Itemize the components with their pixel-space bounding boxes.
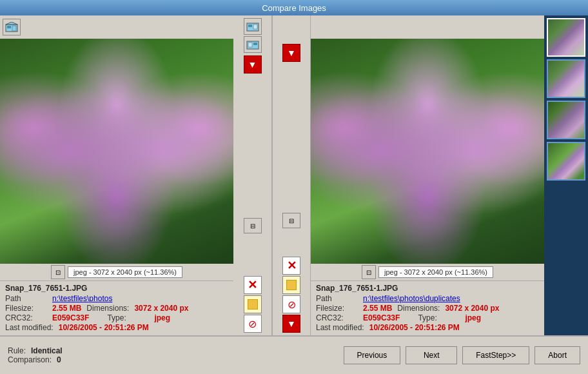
- move-down-btn[interactable]: ▼: [244, 55, 262, 74]
- right-filesize-row: Filesize: 2.55 MB Dimensions: 3072 x 204…: [316, 304, 539, 313]
- thumbnail-2[interactable]: [547, 59, 585, 98]
- right-restore-btn[interactable]: ⊡: [362, 265, 376, 279]
- right-middle-toolbar: ▼ ⊟ ✕ ⊘ ▼: [272, 15, 311, 335]
- thumbnail-4[interactable]: [547, 142, 585, 181]
- tag-left-btn[interactable]: [244, 295, 262, 313]
- left-image-btn1[interactable]: [3, 19, 21, 35]
- right-dimensions-label: Dimensions:: [397, 304, 440, 313]
- restore-right-btn[interactable]: ⊟: [282, 213, 300, 228]
- footer-bar: Rule: Identical Comparison: 0 Previous N…: [0, 335, 588, 374]
- right-path-row: Path n:\testfiles\photos\duplicates: [316, 294, 539, 303]
- right-modified-label: Last modified:: [316, 323, 364, 332]
- right-crc32-label: CRC32:: [316, 313, 358, 322]
- right-crc-row: CRC32: E059C33F Type: jpeg: [316, 313, 539, 322]
- right-crc32-value: E059C33F: [363, 313, 400, 322]
- left-image-container: [0, 39, 233, 264]
- svg-rect-5: [248, 25, 252, 27]
- right-image-container: [311, 39, 544, 264]
- delete-left-btn[interactable]: ✕: [244, 276, 262, 294]
- right-modified-row: Last modified: 10/26/2005 - 20:51:26 PM: [316, 323, 539, 332]
- right-modified-value: 10/26/2005 - 20:51:26 PM: [369, 323, 460, 332]
- left-image-label-row: ⊡ jpeg - 3072 x 2040 px (~11.36%): [0, 264, 233, 280]
- left-crc32-value: E059C33F: [52, 313, 89, 322]
- right-image-panel: ⊡ jpeg - 3072 x 2040 px (~11.36%) Snap_1…: [311, 15, 544, 335]
- right-dimensions-value: 3072 x 2040 px: [445, 304, 499, 313]
- view-right-btn[interactable]: [244, 36, 262, 53]
- left-dimensions-label: Dimensions:: [86, 304, 129, 313]
- restore-left-btn[interactable]: ⊟: [244, 218, 262, 233]
- thumbnail-1[interactable]: [547, 18, 585, 57]
- move-right-btn[interactable]: ▼: [282, 315, 300, 333]
- svg-rect-3: [12, 26, 16, 31]
- left-top-toolbar: [0, 15, 233, 39]
- left-filename: Snap_176_7651-1.JPG: [5, 284, 228, 293]
- window-title: Compare Images: [262, 3, 326, 13]
- right-filesize-label: Filesize:: [316, 304, 358, 313]
- middle-toolbar: ▼ ⊟ ✕ ⊘: [233, 15, 272, 335]
- left-modified-row: Last modified: 10/26/2005 - 20:51:26 PM: [5, 323, 228, 332]
- right-filename: Snap_176_7651-1.JPG: [316, 284, 539, 293]
- comparison-row: Comparison: 0: [8, 355, 344, 364]
- comparison-value: 0: [57, 355, 61, 364]
- title-bar: Compare Images: [0, 0, 588, 15]
- svg-rect-9: [248, 43, 252, 47]
- right-path-value[interactable]: n:\testfiles\photos\duplicates: [363, 294, 460, 303]
- rule-row: Rule: Identical: [8, 346, 344, 355]
- svg-rect-2: [7, 26, 11, 28]
- block-left-btn[interactable]: ⊘: [244, 315, 262, 333]
- left-restore-btn[interactable]: ⊡: [51, 265, 65, 279]
- rule-value: Identical: [31, 346, 63, 355]
- right-img-label: jpeg - 3072 x 2040 px (~11.36%): [378, 266, 493, 278]
- right-path-label: Path: [316, 294, 358, 303]
- block-right-btn[interactable]: ⊘: [282, 295, 300, 313]
- left-type-label: Type:: [107, 313, 149, 322]
- left-path-label: Path: [5, 294, 47, 303]
- tag-right-btn[interactable]: [282, 276, 300, 294]
- abort-button[interactable]: Abort: [534, 346, 580, 364]
- left-img-label: jpeg - 3072 x 2040 px (~11.36%): [68, 266, 182, 278]
- right-type-value: jpeg: [465, 313, 481, 322]
- left-filesize-label: Filesize:: [5, 304, 47, 313]
- right-info-section: Snap_176_7651-1.JPG Path n:\testfiles\ph…: [311, 280, 544, 335]
- left-path-value[interactable]: n:\testfiles\photos: [52, 294, 112, 303]
- svg-rect-8: [253, 43, 257, 45]
- delete-right-btn[interactable]: ✕: [282, 257, 300, 275]
- previous-button[interactable]: Previous: [344, 346, 401, 364]
- footer-info: Rule: Identical Comparison: 0: [8, 346, 344, 364]
- left-modified-value: 10/26/2005 - 20:51:26 PM: [59, 323, 149, 332]
- left-filesize-value: 2.55 MB: [52, 304, 81, 313]
- right-type-label: Type:: [418, 313, 460, 322]
- left-crc32-label: CRC32:: [5, 313, 47, 322]
- left-info-section: Snap_176_7651-1.JPG Path n:\testfiles\ph…: [0, 280, 233, 335]
- footer-buttons: Previous Next FastStep>> Abort: [344, 346, 580, 364]
- right-top-toolbar: [311, 15, 544, 39]
- left-modified-label: Last modified:: [5, 323, 54, 332]
- left-dimensions-value: 3072 x 2040 px: [134, 304, 188, 313]
- rule-label: Rule:: [8, 346, 26, 355]
- faststep-button[interactable]: FastStep>>: [462, 346, 529, 364]
- next-button[interactable]: Next: [406, 346, 457, 364]
- right-filesize-value: 2.55 MB: [363, 304, 392, 313]
- right-image-label-row: ⊡ jpeg - 3072 x 2040 px (~11.36%): [311, 264, 544, 280]
- view-left-btn[interactable]: [244, 18, 262, 35]
- left-type-value: jpeg: [154, 313, 170, 322]
- left-crc-row: CRC32: E059C33F Type: jpeg: [5, 313, 228, 322]
- left-path-row: Path n:\testfiles\photos: [5, 294, 228, 303]
- svg-rect-6: [253, 25, 257, 29]
- right-sidebar: [544, 15, 588, 335]
- left-filesize-row: Filesize: 2.55 MB Dimensions: 3072 x 204…: [5, 304, 228, 313]
- thumbnail-3[interactable]: [547, 101, 585, 139]
- svg-marker-1: [6, 22, 17, 25]
- comparison-label: Comparison:: [8, 355, 52, 364]
- left-image-panel: ⊡ jpeg - 3072 x 2040 px (~11.36%) Snap_1…: [0, 15, 233, 335]
- move-down-right-btn[interactable]: ▼: [282, 44, 300, 62]
